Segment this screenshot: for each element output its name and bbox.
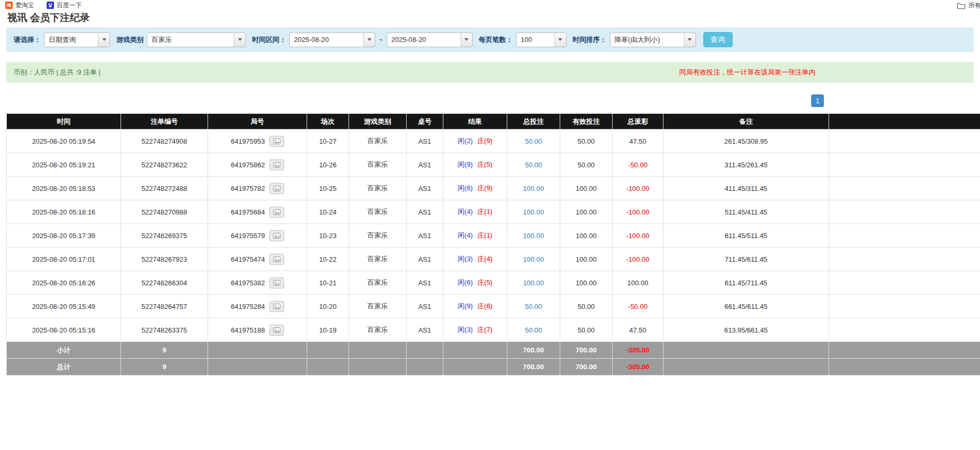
view-result-icon[interactable] — [269, 301, 284, 312]
total-bet-link[interactable]: 100.00 — [523, 255, 544, 263]
folder-icon — [957, 2, 965, 9]
result-player: 闲(3) — [458, 326, 473, 334]
summary-empty — [663, 359, 829, 376]
all-bookmarks-button[interactable]: 所有书签 — [957, 1, 980, 10]
chevron-down-icon[interactable] — [554, 33, 566, 47]
cell-table-no: AS1 — [407, 318, 443, 342]
summary-payout: -305.00 — [613, 359, 663, 376]
page-title: 视讯 会员下注纪录 — [7, 11, 980, 25]
column-header: 总投注 — [507, 114, 560, 130]
cell-round-id: 641975474 — [208, 248, 307, 271]
cell-valid-bet: 50.00 — [560, 153, 613, 177]
total-bet-link[interactable]: 50.00 — [525, 161, 542, 169]
cell-round-id: 641975579 — [208, 224, 307, 248]
cell-payout: -100.00 — [613, 224, 663, 248]
table-row: 2025-08-20 05:17:01 522748267923 6419754… — [7, 248, 980, 271]
chevron-down-icon[interactable] — [234, 33, 245, 47]
cell-table-no: AS1 — [407, 153, 443, 177]
summary-empty — [307, 359, 349, 376]
chevron-down-icon[interactable] — [98, 33, 110, 47]
bookmark-aitaobao[interactable]: 淘 爱淘宝 — [5, 1, 34, 10]
filter-bar: 请选择： 游戏类别 时间区间： ~ 每页笔数： 时间排序： 查询 — [6, 27, 974, 52]
total-bet-link[interactable]: 50.00 — [525, 303, 542, 310]
total-bet-link[interactable]: 100.00 — [523, 279, 544, 287]
cell-payout: 47.50 — [613, 130, 663, 153]
total-bet-link[interactable]: 100.00 — [523, 232, 544, 240]
chevron-down-icon[interactable] — [461, 33, 472, 47]
total-bet-link[interactable]: 50.00 — [525, 326, 542, 334]
view-result-icon[interactable] — [269, 277, 284, 288]
pagination-page-1[interactable]: 1 — [811, 94, 824, 107]
chevron-down-icon[interactable] — [684, 33, 695, 47]
game-type-select[interactable] — [147, 33, 246, 47]
view-result-icon[interactable] — [269, 159, 284, 170]
summary-spacer — [829, 342, 980, 359]
date-from-picker[interactable] — [289, 33, 375, 47]
cell-table-no: AS1 — [407, 224, 443, 248]
view-result-icon[interactable] — [269, 254, 284, 265]
total-bet-link[interactable]: 100.00 — [523, 185, 544, 192]
cell-result: 闲(9) 庄(5) — [443, 153, 507, 177]
cell-result: 闲(2) 庄(9) — [443, 130, 507, 153]
search-button[interactable]: 查询 — [703, 32, 733, 47]
round-id-text: 641975953 — [231, 137, 265, 145]
cell-session: 10-23 — [307, 224, 349, 248]
cell-table-no: AS1 — [407, 295, 443, 318]
total-bet-link[interactable]: 100.00 — [523, 208, 544, 216]
cell-spacer — [829, 130, 980, 153]
query-type-input[interactable] — [45, 33, 98, 47]
page-size-select[interactable] — [516, 33, 567, 47]
date-to-input[interactable] — [387, 33, 461, 47]
table-summary-row: 总计 9 700.00 700.00 -305.00 — [7, 359, 980, 376]
view-result-icon[interactable] — [269, 230, 284, 241]
date-from-input[interactable] — [290, 33, 363, 47]
cell-bet-id: 522748269375 — [121, 224, 208, 248]
cell-session: 10-24 — [307, 200, 349, 224]
summary-spacer — [829, 359, 980, 376]
cell-spacer — [829, 248, 980, 271]
view-result-icon[interactable] — [269, 136, 284, 147]
round-id-text: 641975579 — [231, 232, 265, 240]
bookmarks-bar: 淘 爱淘宝 百度一下 所有书签 — [0, 0, 980, 10]
date-to-picker[interactable] — [387, 33, 473, 47]
chevron-down-icon[interactable] — [363, 33, 375, 47]
column-header: 场次 — [307, 114, 349, 130]
result-player: 闲(9) — [458, 160, 473, 168]
cell-total-bet: 100.00 — [507, 200, 560, 224]
query-type-select[interactable] — [44, 33, 110, 47]
cell-session: 10-22 — [307, 248, 349, 271]
cell-valid-bet: 100.00 — [560, 248, 613, 271]
cell-result: 闲(4) 庄(1) — [443, 224, 507, 248]
cell-game-type: 百家乐 — [349, 153, 407, 177]
cell-remark: 711.45/611.45 — [663, 248, 829, 271]
cell-spacer — [829, 224, 980, 248]
game-type-input[interactable] — [147, 33, 234, 47]
summary-empty — [663, 342, 829, 359]
total-bet-link[interactable]: 50.00 — [525, 137, 542, 145]
round-id-text: 641975474 — [231, 255, 265, 263]
cell-bet-id: 522748272488 — [121, 177, 208, 200]
cell-result: 闲(4) 庄(1) — [443, 200, 507, 224]
cell-game-type: 百家乐 — [349, 130, 407, 153]
baidu-icon — [47, 2, 54, 9]
time-sort-select[interactable] — [610, 33, 696, 47]
view-result-icon[interactable] — [269, 183, 284, 194]
page-size-input[interactable] — [517, 33, 554, 47]
view-result-icon[interactable] — [269, 207, 284, 218]
cell-payout: -50.00 — [613, 295, 663, 318]
table-header-row: 时间注单编号局号场次游戏类别桌号结果总投注有效投注总派彩备注 — [7, 114, 980, 130]
cell-bet-id: 522748270988 — [121, 200, 208, 224]
result-player: 闲(6) — [458, 278, 473, 286]
bookmark-baidu[interactable]: 百度一下 — [47, 1, 82, 10]
result-player: 闲(6) — [458, 184, 473, 192]
cell-round-id: 641975188 — [208, 318, 307, 342]
cell-valid-bet: 100.00 — [560, 271, 613, 295]
result-banker: 庄(5) — [477, 278, 493, 286]
view-result-icon[interactable] — [269, 325, 284, 336]
summary-count: 9 — [121, 342, 208, 359]
cell-round-id: 641975284 — [208, 295, 307, 318]
bookmark-label: 百度一下 — [57, 1, 82, 10]
cell-round-id: 641975862 — [208, 153, 307, 177]
time-sort-input[interactable] — [611, 33, 684, 47]
column-header: 注单编号 — [121, 114, 208, 130]
